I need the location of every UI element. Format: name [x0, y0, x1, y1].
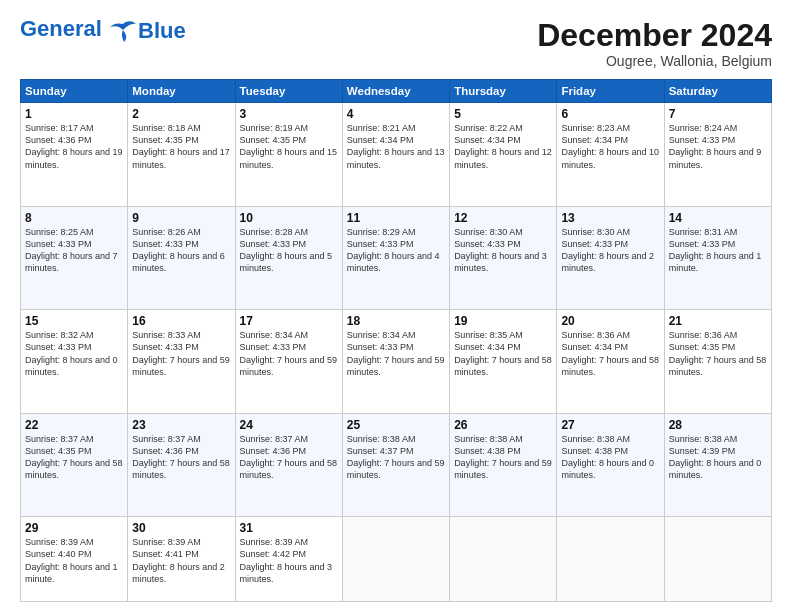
calendar-cell: 26Sunrise: 8:38 AMSunset: 4:38 PMDayligh…: [450, 413, 557, 517]
calendar-cell: 8Sunrise: 8:25 AMSunset: 4:33 PMDaylight…: [21, 206, 128, 310]
day-number: 5: [454, 107, 552, 121]
cell-info: Sunrise: 8:31 AMSunset: 4:33 PMDaylight:…: [669, 227, 762, 273]
calendar-table: SundayMondayTuesdayWednesdayThursdayFrid…: [20, 79, 772, 602]
calendar-cell: 17Sunrise: 8:34 AMSunset: 4:33 PMDayligh…: [235, 310, 342, 414]
day-number: 2: [132, 107, 230, 121]
calendar-cell: 25Sunrise: 8:38 AMSunset: 4:37 PMDayligh…: [342, 413, 449, 517]
calendar-cell: 7Sunrise: 8:24 AMSunset: 4:33 PMDaylight…: [664, 103, 771, 207]
day-number: 1: [25, 107, 123, 121]
calendar-cell: 22Sunrise: 8:37 AMSunset: 4:35 PMDayligh…: [21, 413, 128, 517]
col-header-wednesday: Wednesday: [342, 80, 449, 103]
calendar-week-row: 8Sunrise: 8:25 AMSunset: 4:33 PMDaylight…: [21, 206, 772, 310]
day-number: 14: [669, 211, 767, 225]
col-header-tuesday: Tuesday: [235, 80, 342, 103]
page: General Blue December 2024 Ougree, Wallo…: [0, 0, 792, 612]
cell-info: Sunrise: 8:18 AMSunset: 4:35 PMDaylight:…: [132, 123, 230, 169]
calendar-cell: 18Sunrise: 8:34 AMSunset: 4:33 PMDayligh…: [342, 310, 449, 414]
day-number: 11: [347, 211, 445, 225]
logo-text: General: [20, 18, 138, 41]
day-number: 18: [347, 314, 445, 328]
calendar-week-row: 22Sunrise: 8:37 AMSunset: 4:35 PMDayligh…: [21, 413, 772, 517]
day-number: 23: [132, 418, 230, 432]
day-number: 26: [454, 418, 552, 432]
day-number: 27: [561, 418, 659, 432]
cell-info: Sunrise: 8:32 AMSunset: 4:33 PMDaylight:…: [25, 330, 118, 376]
day-number: 21: [669, 314, 767, 328]
cell-info: Sunrise: 8:39 AMSunset: 4:41 PMDaylight:…: [132, 537, 225, 583]
calendar-header-row: SundayMondayTuesdayWednesdayThursdayFrid…: [21, 80, 772, 103]
day-number: 31: [240, 521, 338, 535]
day-number: 22: [25, 418, 123, 432]
day-number: 20: [561, 314, 659, 328]
logo-general: General: [20, 16, 102, 41]
day-number: 9: [132, 211, 230, 225]
title-block: December 2024 Ougree, Wallonia, Belgium: [537, 18, 772, 69]
day-number: 8: [25, 211, 123, 225]
calendar-cell: 2Sunrise: 8:18 AMSunset: 4:35 PMDaylight…: [128, 103, 235, 207]
day-number: 24: [240, 418, 338, 432]
calendar-cell: 13Sunrise: 8:30 AMSunset: 4:33 PMDayligh…: [557, 206, 664, 310]
cell-info: Sunrise: 8:38 AMSunset: 4:37 PMDaylight:…: [347, 434, 445, 480]
calendar-cell: 3Sunrise: 8:19 AMSunset: 4:35 PMDaylight…: [235, 103, 342, 207]
cell-info: Sunrise: 8:38 AMSunset: 4:38 PMDaylight:…: [454, 434, 552, 480]
calendar-cell: [557, 517, 664, 602]
cell-info: Sunrise: 8:34 AMSunset: 4:33 PMDaylight:…: [347, 330, 445, 376]
calendar-cell: [342, 517, 449, 602]
cell-info: Sunrise: 8:33 AMSunset: 4:33 PMDaylight:…: [132, 330, 230, 376]
cell-info: Sunrise: 8:24 AMSunset: 4:33 PMDaylight:…: [669, 123, 762, 169]
cell-info: Sunrise: 8:30 AMSunset: 4:33 PMDaylight:…: [454, 227, 547, 273]
calendar-cell: 15Sunrise: 8:32 AMSunset: 4:33 PMDayligh…: [21, 310, 128, 414]
calendar-cell: 6Sunrise: 8:23 AMSunset: 4:34 PMDaylight…: [557, 103, 664, 207]
calendar-cell: 30Sunrise: 8:39 AMSunset: 4:41 PMDayligh…: [128, 517, 235, 602]
col-header-friday: Friday: [557, 80, 664, 103]
calendar-cell: 12Sunrise: 8:30 AMSunset: 4:33 PMDayligh…: [450, 206, 557, 310]
calendar-cell: 29Sunrise: 8:39 AMSunset: 4:40 PMDayligh…: [21, 517, 128, 602]
cell-info: Sunrise: 8:34 AMSunset: 4:33 PMDaylight:…: [240, 330, 338, 376]
calendar-week-row: 29Sunrise: 8:39 AMSunset: 4:40 PMDayligh…: [21, 517, 772, 602]
day-number: 29: [25, 521, 123, 535]
col-header-thursday: Thursday: [450, 80, 557, 103]
calendar-cell: 23Sunrise: 8:37 AMSunset: 4:36 PMDayligh…: [128, 413, 235, 517]
day-number: 10: [240, 211, 338, 225]
cell-info: Sunrise: 8:37 AMSunset: 4:35 PMDaylight:…: [25, 434, 123, 480]
calendar-week-row: 15Sunrise: 8:32 AMSunset: 4:33 PMDayligh…: [21, 310, 772, 414]
main-title: December 2024: [537, 18, 772, 53]
cell-info: Sunrise: 8:36 AMSunset: 4:34 PMDaylight:…: [561, 330, 659, 376]
calendar-cell: 20Sunrise: 8:36 AMSunset: 4:34 PMDayligh…: [557, 310, 664, 414]
day-number: 4: [347, 107, 445, 121]
cell-info: Sunrise: 8:35 AMSunset: 4:34 PMDaylight:…: [454, 330, 552, 376]
cell-info: Sunrise: 8:29 AMSunset: 4:33 PMDaylight:…: [347, 227, 440, 273]
cell-info: Sunrise: 8:19 AMSunset: 4:35 PMDaylight:…: [240, 123, 338, 169]
day-number: 6: [561, 107, 659, 121]
calendar-cell: 11Sunrise: 8:29 AMSunset: 4:33 PMDayligh…: [342, 206, 449, 310]
calendar-cell: 9Sunrise: 8:26 AMSunset: 4:33 PMDaylight…: [128, 206, 235, 310]
cell-info: Sunrise: 8:26 AMSunset: 4:33 PMDaylight:…: [132, 227, 225, 273]
day-number: 30: [132, 521, 230, 535]
calendar-cell: 1Sunrise: 8:17 AMSunset: 4:36 PMDaylight…: [21, 103, 128, 207]
calendar-cell: 28Sunrise: 8:38 AMSunset: 4:39 PMDayligh…: [664, 413, 771, 517]
logo: General Blue: [20, 18, 186, 42]
day-number: 15: [25, 314, 123, 328]
cell-info: Sunrise: 8:37 AMSunset: 4:36 PMDaylight:…: [132, 434, 230, 480]
col-header-sunday: Sunday: [21, 80, 128, 103]
logo-bird-icon: [110, 20, 136, 42]
day-number: 28: [669, 418, 767, 432]
calendar-cell: 10Sunrise: 8:28 AMSunset: 4:33 PMDayligh…: [235, 206, 342, 310]
day-number: 3: [240, 107, 338, 121]
calendar-cell: 4Sunrise: 8:21 AMSunset: 4:34 PMDaylight…: [342, 103, 449, 207]
calendar-week-row: 1Sunrise: 8:17 AMSunset: 4:36 PMDaylight…: [21, 103, 772, 207]
calendar-cell: 19Sunrise: 8:35 AMSunset: 4:34 PMDayligh…: [450, 310, 557, 414]
cell-info: Sunrise: 8:28 AMSunset: 4:33 PMDaylight:…: [240, 227, 333, 273]
day-number: 13: [561, 211, 659, 225]
day-number: 12: [454, 211, 552, 225]
cell-info: Sunrise: 8:39 AMSunset: 4:40 PMDaylight:…: [25, 537, 118, 583]
subtitle: Ougree, Wallonia, Belgium: [537, 53, 772, 69]
calendar-cell: 5Sunrise: 8:22 AMSunset: 4:34 PMDaylight…: [450, 103, 557, 207]
day-number: 17: [240, 314, 338, 328]
day-number: 16: [132, 314, 230, 328]
calendar-cell: 24Sunrise: 8:37 AMSunset: 4:36 PMDayligh…: [235, 413, 342, 517]
header: General Blue December 2024 Ougree, Wallo…: [20, 18, 772, 69]
cell-info: Sunrise: 8:22 AMSunset: 4:34 PMDaylight:…: [454, 123, 552, 169]
cell-info: Sunrise: 8:23 AMSunset: 4:34 PMDaylight:…: [561, 123, 659, 169]
cell-info: Sunrise: 8:30 AMSunset: 4:33 PMDaylight:…: [561, 227, 654, 273]
